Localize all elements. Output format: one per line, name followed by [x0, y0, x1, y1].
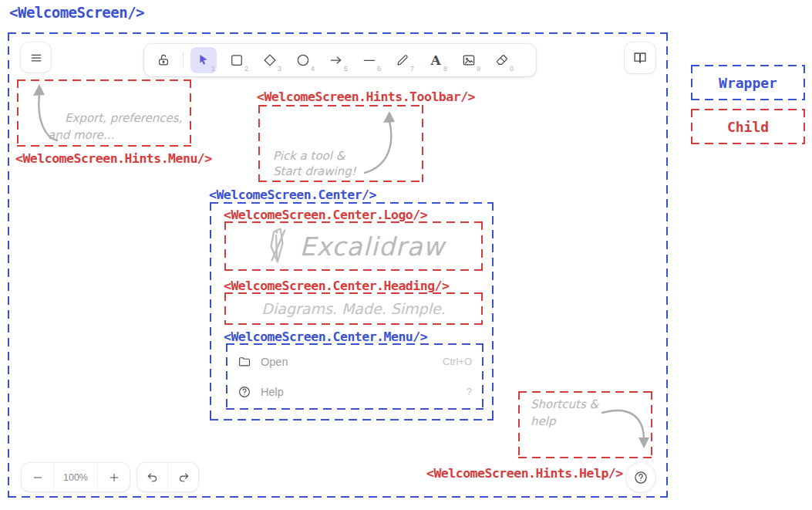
tool-image[interactable]: 9 [456, 47, 482, 73]
menu-item-open[interactable]: Open Ctrl+O [226, 347, 483, 377]
tool-draw[interactable]: 7 [389, 47, 416, 73]
unlocked-padlock-icon [156, 52, 171, 68]
zoom-controls: 100% [22, 463, 130, 491]
zoom-out-button[interactable] [22, 463, 54, 491]
arrow-icon [329, 52, 344, 68]
eraser-icon [494, 52, 510, 68]
tool-ellipse[interactable]: 4 [290, 47, 316, 73]
pencil-icon [395, 52, 410, 68]
menu-item-help[interactable]: Help ? [226, 377, 483, 407]
minus-icon [32, 471, 44, 484]
open-book-icon [632, 49, 649, 66]
plus-icon [108, 471, 120, 484]
zoom-level-value[interactable]: 100% [54, 463, 97, 491]
tool-shortcut: 8 [443, 65, 447, 73]
hints-toolbar-arrow [351, 108, 405, 176]
undo-icon [146, 471, 160, 485]
center-menu-label: <WelcomeScreen.Center.Menu/> [224, 329, 427, 344]
rectangle-icon [229, 52, 244, 68]
tool-shortcut: 1 [211, 65, 215, 73]
center-logo-label: <WelcomeScreen.Center.Logo/> [224, 208, 427, 222]
excalidraw-logo: Excalidraw [224, 221, 483, 271]
tool-shortcut: 9 [477, 65, 480, 73]
tool-shortcut: 5 [344, 65, 348, 73]
selection-cursor-icon [196, 52, 211, 68]
toolbar: 1 2 3 4 5 [144, 44, 536, 76]
menu-item-label: Open [261, 356, 288, 368]
welcome-screen-doc-figure: <WelcomeScreen/> 1 [0, 0, 812, 510]
menu-item-shortcut: ? [467, 386, 472, 397]
legend-wrapper-label: Wrapper [719, 75, 777, 91]
redo-icon [177, 471, 190, 485]
hints-toolbar-text-line1: Pick a tool & [273, 148, 345, 164]
center-heading-label: <WelcomeScreen.Center.Heading/> [224, 279, 449, 293]
center-menu-box: Open Ctrl+O Help ? [226, 343, 483, 410]
tool-rectangle[interactable]: 2 [224, 47, 250, 73]
legend-child-label: Child [727, 119, 769, 135]
hamburger-icon [29, 50, 44, 66]
tool-shortcut: 4 [311, 65, 315, 73]
hints-menu-text-line1: Export, preferences, [65, 110, 182, 127]
menu-item-shortcut: Ctrl+O [443, 356, 472, 367]
folder-icon [238, 355, 251, 369]
center-label: <WelcomeScreen.Center/> [209, 187, 376, 202]
toolbar-divider [183, 52, 184, 69]
ellipse-icon [295, 52, 311, 68]
tool-shortcut: 3 [278, 65, 281, 73]
redo-button[interactable] [168, 463, 198, 491]
excalidraw-logo-text: Excalidraw [299, 231, 444, 262]
hints-menu-label: <WelcomeScreen.Hints.Menu/> [15, 151, 212, 166]
excalidraw-pencil-icon [262, 225, 291, 268]
hints-help-label: <WelcomeScreen.Hints.Help/> [426, 466, 623, 481]
tool-text[interactable]: A 8 [423, 47, 449, 73]
legend-wrapper-box: Wrapper [691, 65, 805, 100]
diamond-icon [262, 52, 278, 68]
tool-shortcut: 7 [410, 65, 414, 73]
image-icon [461, 52, 477, 68]
lock-tool-button[interactable] [151, 47, 176, 73]
tool-arrow[interactable]: 5 [323, 47, 349, 73]
zoom-in-button[interactable] [97, 463, 130, 491]
help-button[interactable] [626, 463, 655, 492]
tool-shortcut: 0 [510, 65, 514, 73]
hints-help-arrow [600, 404, 652, 454]
hints-help-text-line1: Shortcuts & [531, 397, 598, 413]
history-controls [137, 463, 198, 491]
center-heading-text: Diagrams. Made. Simple. [224, 292, 483, 325]
legend-child-box: Child [691, 109, 805, 144]
undo-button[interactable] [137, 463, 168, 491]
hints-toolbar-label: <WelcomeScreen.Hints.Toolbar/> [257, 90, 475, 104]
tool-eraser[interactable]: 0 [489, 47, 515, 73]
tool-shortcut: 6 [377, 65, 381, 73]
line-icon [362, 52, 377, 68]
hints-help-text-line2: help [531, 414, 555, 430]
help-circle-icon [238, 385, 251, 399]
text-tool-icon: A [430, 54, 440, 67]
tool-line[interactable]: 6 [356, 47, 382, 73]
hints-toolbar-text-line2: Start drawing! [273, 164, 356, 180]
hamburger-menu-button[interactable] [21, 42, 51, 73]
tool-shortcut: 2 [244, 65, 248, 73]
library-button[interactable] [625, 42, 655, 73]
hints-menu-text-line2: and more... [48, 127, 114, 144]
welcome-screen-label: <WelcomeScreen/> [9, 4, 144, 21]
tool-selection[interactable]: 1 [190, 47, 217, 73]
tool-diamond[interactable]: 3 [257, 47, 283, 73]
question-mark-icon [633, 470, 649, 485]
menu-item-label: Help [261, 386, 284, 398]
